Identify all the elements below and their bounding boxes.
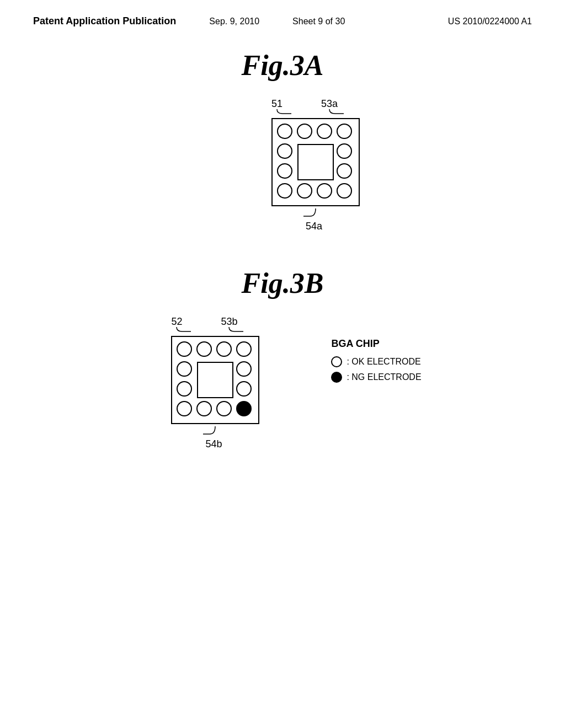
fig3a-title: Fig.3A [242,49,324,82]
electrode-cell [337,124,352,139]
electrode-cell [216,341,232,357]
publication-date: Sep. 9, 2010 [209,17,259,26]
legend-ok-circle [331,356,342,367]
fig3a-bracket-top-svg [266,98,365,118]
electrode-cell [216,401,232,416]
electrode-cell [277,124,292,139]
electrode-cell [236,381,252,397]
fig3b-title: Fig.3B [242,267,324,299]
electrode-cell [236,341,252,357]
electrode-cell [317,124,332,139]
legend-ok-label: : OK ELECTRODE [347,357,420,367]
electrode-cell [177,381,192,397]
electrode-cell [236,361,252,377]
fig3a-diagram-area: 51 53a [0,98,565,234]
electrode-cell [196,341,212,357]
fig3b-label-54b: 54b [205,438,222,450]
section-fig3a: Fig.3A 51 53a [0,49,565,234]
fig3b-bottom-label-area: 54b [166,425,265,452]
legend-ng-circle [331,372,342,383]
electrode-cell [317,183,332,199]
legend: BGA CHIP : OK ELECTRODE : NG ELECTRODE [331,338,421,383]
electrode-cell [236,401,252,416]
legend-ng-label: : NG ELECTRODE [347,372,421,382]
fig3a-bottom-label-area: 54a [266,207,365,234]
electrode-cell [337,183,352,199]
electrode-cell [337,143,352,159]
fig3a-label-54a: 54a [306,221,322,232]
legend-ok-item: : OK ELECTRODE [331,356,421,367]
electrode-cell [297,124,312,139]
electrode-cell [177,401,192,416]
fig3b-top-labels: 52 53b [166,316,265,336]
electrode-cell [277,163,292,179]
patent-label: Patent Application Publication [33,15,176,27]
fig3b-diagram-block: 52 53b [166,316,265,452]
fig3b-grid-border [171,336,259,424]
fig3a-top-labels: 51 53a [266,98,365,118]
electrode-cell [177,341,192,357]
page-header: Patent Application Publication Sep. 9, 2… [0,0,565,27]
fig3b-bracket-top-svg [166,316,265,336]
electrode-cell [337,163,352,179]
section-fig3b: Fig.3B 52 53b [0,267,565,452]
legend-title: BGA CHIP [331,338,421,350]
legend-ng-item: : NG ELECTRODE [331,372,421,383]
sheet-info: Sheet 9 of 30 [292,17,345,26]
electrode-cell [277,183,292,199]
patent-number: US 2010/0224000 A1 [448,17,532,26]
fig3b-diagram-area: 52 53b [0,316,565,452]
fig3a-grid-border [271,118,360,206]
fig3a-center-rect [297,144,334,180]
electrode-cell [177,361,192,377]
electrode-cell [196,401,212,416]
main-content: Fig.3A 51 53a [0,27,565,452]
fig3a-diagram-block: 51 53a [266,98,365,234]
electrode-cell [297,183,312,199]
fig3b-center-rect [197,362,233,398]
electrode-cell [277,143,292,159]
